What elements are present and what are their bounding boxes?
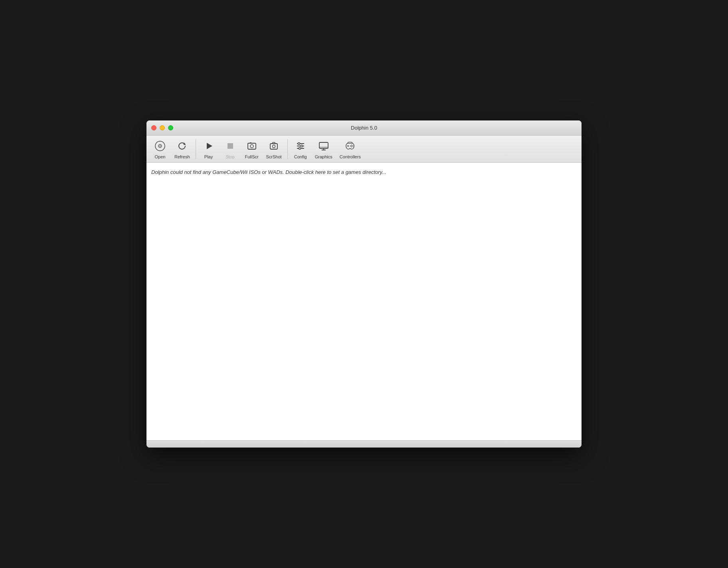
svg-point-25: [350, 146, 351, 146]
graphics-label: Graphics: [315, 154, 332, 159]
config-label: Config: [294, 154, 307, 159]
svg-point-15: [299, 148, 301, 150]
open-label: Open: [155, 154, 166, 159]
svg-marker-3: [207, 143, 212, 149]
stop-icon: [223, 139, 237, 153]
maximize-button[interactable]: [168, 125, 173, 130]
screenshot-icon: [267, 139, 281, 153]
open-icon: [153, 139, 167, 153]
empty-message: Dolphin could not find any GameCube/Wii …: [146, 163, 582, 181]
play-button[interactable]: Play: [198, 137, 219, 161]
close-button[interactable]: [151, 125, 156, 130]
svg-point-14: [301, 145, 303, 147]
fullscreen-label: FullScr: [245, 154, 258, 159]
play-icon: [202, 139, 216, 153]
stop-label: Stop: [226, 154, 235, 159]
minimize-button[interactable]: [160, 125, 165, 130]
window-title: Dolphin 5.0: [351, 125, 377, 131]
svg-rect-8: [270, 144, 277, 149]
controllers-label: Controllers: [340, 154, 361, 159]
refresh-label: Refresh: [174, 154, 190, 159]
graphics-icon: [317, 139, 331, 153]
screenshot-button[interactable]: ScrShot: [263, 137, 285, 161]
main-window: Dolphin 5.0 Open Refre: [146, 120, 582, 448]
svg-point-22: [351, 145, 352, 146]
status-bar: [146, 440, 582, 448]
stop-button[interactable]: Stop: [220, 137, 241, 161]
svg-point-23: [352, 146, 353, 146]
svg-rect-5: [248, 143, 256, 149]
refresh-button[interactable]: Refresh: [171, 137, 193, 161]
fullscreen-icon: [245, 139, 259, 153]
traffic-lights: [151, 125, 173, 130]
content-area[interactable]: Dolphin could not find any GameCube/Wii …: [146, 163, 582, 440]
svg-point-2: [160, 146, 161, 147]
toolbar: Open Refresh Play: [146, 136, 582, 163]
play-label: Play: [204, 154, 213, 159]
svg-point-6: [250, 145, 253, 148]
svg-rect-4: [228, 143, 233, 149]
svg-rect-16: [319, 142, 328, 148]
graphics-button[interactable]: Graphics: [312, 137, 336, 161]
refresh-icon: [175, 139, 189, 153]
separator-2: [287, 139, 288, 159]
fullscreen-button[interactable]: FullScr: [241, 137, 262, 161]
screenshot-label: ScrShot: [266, 154, 282, 159]
svg-point-24: [351, 146, 352, 147]
controllers-button[interactable]: Controllers: [336, 137, 364, 161]
open-button[interactable]: Open: [150, 137, 170, 161]
config-icon: [293, 139, 308, 153]
separator-1: [196, 139, 196, 159]
svg-point-9: [273, 145, 275, 148]
svg-point-13: [298, 143, 300, 145]
svg-rect-7: [250, 142, 251, 144]
title-bar: Dolphin 5.0: [146, 120, 582, 136]
config-button[interactable]: Config: [290, 137, 311, 161]
controllers-icon: [343, 139, 357, 153]
